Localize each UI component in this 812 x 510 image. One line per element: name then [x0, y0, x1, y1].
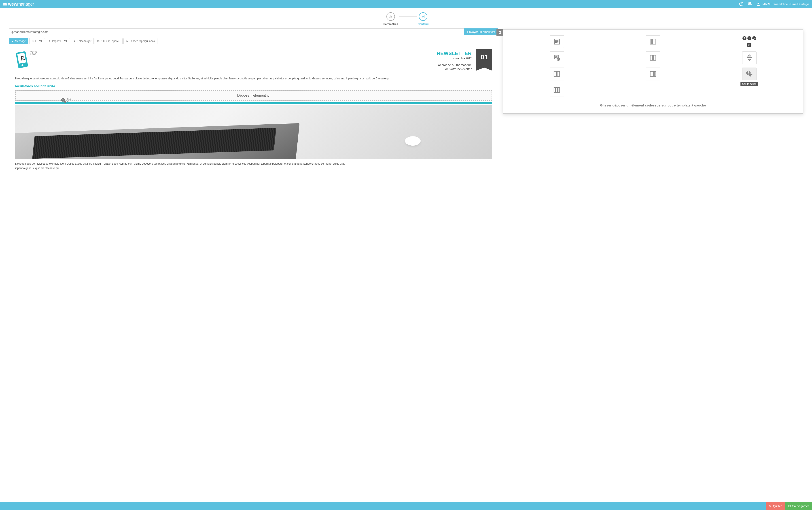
svg-rect-40: [558, 87, 559, 93]
gear-icon: [498, 31, 502, 34]
widget-spacer[interactable]: [742, 52, 757, 64]
download-icon: [74, 40, 76, 42]
text-block-icon: [553, 38, 561, 46]
widget-text[interactable]: [550, 35, 564, 48]
users-icon[interactable]: [748, 2, 752, 7]
widget-two-equal[interactable]: [550, 67, 564, 80]
drop-zone[interactable]: Déposer l'élément ici 590 821: [15, 90, 492, 101]
desktop-icon: [97, 40, 99, 42]
newsletter-preview: E VOTRE LOGO NEWSLETTER novembre 2012 Ac…: [9, 48, 498, 175]
newsletter-subheading[interactable]: Iaculatores sollicite iuxta: [15, 84, 492, 88]
svg-rect-14: [109, 40, 110, 42]
user-label: MARIE Gwendoline - EmailStrategie: [762, 2, 809, 6]
svg-point-4: [758, 3, 759, 4]
widget-panel: f t g+ in: [503, 29, 803, 114]
svg-point-6: [391, 17, 392, 17]
editor-tabs: Message HTML Import HTML Télécharger / /…: [9, 38, 498, 44]
svg-rect-35: [654, 72, 656, 77]
svg-rect-25: [650, 39, 652, 44]
upload-icon: [48, 40, 51, 42]
app-logo: wewmanager: [3, 2, 34, 7]
newsletter-paragraph-2[interactable]: Novodenique perniciosoque exemplo idem G…: [15, 162, 492, 170]
mobile-icon: [103, 40, 105, 42]
newsletter-issue-ribbon[interactable]: 01: [476, 49, 492, 67]
widget-call-to-action[interactable]: Call to action: [742, 67, 757, 80]
svg-rect-12: [97, 40, 99, 41]
svg-rect-13: [103, 40, 104, 42]
user-menu[interactable]: MARIE Gwendoline - EmailStrategie: [756, 2, 809, 6]
gear-icon: [388, 14, 393, 19]
newsletter-image[interactable]: [15, 105, 492, 159]
test-email-input[interactable]: [9, 28, 464, 35]
column-right-icon: [649, 70, 657, 78]
tab-message[interactable]: Message: [9, 38, 28, 44]
cta-cursor-icon: [746, 70, 753, 78]
widget-column-wide-narrow[interactable]: [646, 67, 660, 80]
divider-bar: [15, 102, 492, 104]
code-icon: [32, 40, 34, 42]
svg-rect-33: [557, 72, 559, 77]
svg-point-2: [749, 2, 750, 4]
svg-point-3: [750, 2, 751, 4]
svg-rect-30: [650, 55, 652, 60]
tab-html[interactable]: HTML: [29, 38, 45, 44]
edit-icon: [11, 40, 14, 42]
newsletter-paragraph-1[interactable]: Novo denique perniciosoque exemplo idem …: [15, 77, 492, 81]
step-parametres[interactable]: Paramètres: [383, 12, 398, 26]
help-icon[interactable]: [739, 2, 744, 7]
play-icon: [126, 40, 128, 42]
svg-rect-39: [556, 87, 557, 93]
svg-point-20: [62, 99, 64, 101]
newsletter-tagline[interactable]: Accroche ou thématique de votre newslett…: [34, 63, 472, 71]
svg-point-7: [390, 17, 390, 18]
column-left-icon: [649, 38, 657, 46]
send-test-button[interactable]: Envoyer un email test: [464, 28, 498, 35]
newsletter-logo-placeholder[interactable]: E VOTRE LOGO: [15, 49, 30, 70]
facebook-icon: f: [743, 36, 747, 40]
svg-point-28: [556, 56, 557, 57]
widget-column-narrow-wide[interactable]: [646, 35, 660, 48]
widget-image[interactable]: [550, 52, 564, 64]
two-columns-icon: [649, 54, 657, 61]
svg-rect-38: [554, 87, 555, 93]
svg-rect-26: [652, 39, 656, 44]
widget-three-columns[interactable]: [550, 84, 564, 96]
tab-import-html[interactable]: Import HTML: [46, 38, 70, 44]
step-contenu[interactable]: Contenu: [418, 12, 429, 26]
svg-rect-32: [554, 72, 556, 77]
newsletter-title[interactable]: NEWSLETTER: [34, 51, 472, 56]
tooltip: Call to action: [741, 82, 758, 86]
drag-cursor-icon: 590 821: [61, 97, 67, 105]
twitter-icon: t: [747, 36, 751, 40]
widget-settings-tab[interactable]: [496, 29, 503, 36]
svg-point-5: [390, 16, 390, 16]
widget-two-columns[interactable]: [646, 52, 660, 64]
widget-hint: Glisser déposer un élément ci-dessus sur…: [503, 100, 803, 113]
googleplus-icon: g+: [752, 36, 756, 40]
spacer-icon: [746, 54, 753, 61]
image-icon: [553, 54, 561, 61]
linkedin-icon: in: [747, 43, 751, 47]
widget-social[interactable]: f t g+ in: [742, 35, 757, 48]
newsletter-date[interactable]: novembre 2012: [34, 57, 472, 60]
wizard-steps: Paramètres Contenu: [0, 12, 812, 26]
svg-rect-34: [650, 72, 654, 77]
two-equal-icon: [553, 70, 561, 78]
document-icon: [421, 15, 425, 19]
tab-launch-inbox[interactable]: Lancer l'aperçu inbox: [123, 38, 157, 44]
tab-download[interactable]: Télécharger: [71, 38, 94, 44]
tablet-icon: [108, 40, 111, 42]
email-test-bar: Envoyer un email test: [9, 28, 498, 35]
topbar: wewmanager MARIE Gwendoline - EmailStrat…: [0, 0, 812, 8]
svg-rect-31: [654, 55, 656, 60]
tab-preview[interactable]: / / Aperçu: [95, 38, 122, 44]
three-columns-icon: [553, 86, 561, 94]
